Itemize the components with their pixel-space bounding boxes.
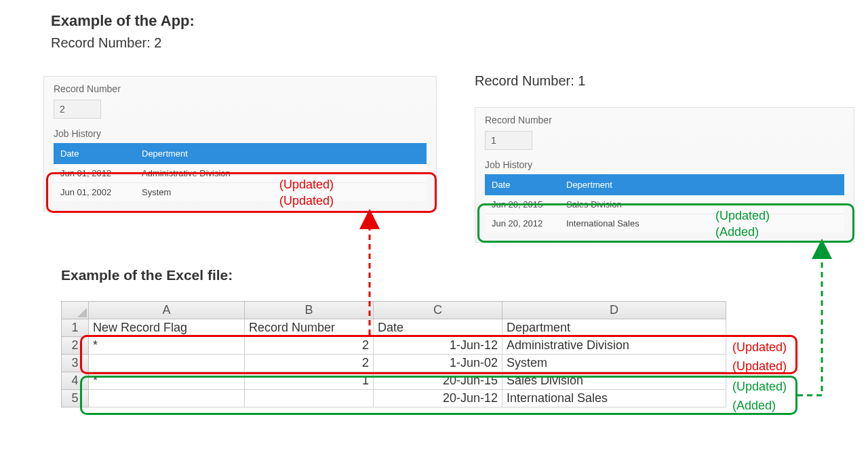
heading-example-app: Example of the App: — [51, 12, 195, 30]
cell[interactable]: System — [502, 355, 726, 372]
cell[interactable]: International Sales — [502, 390, 726, 407]
col-header-a[interactable]: A — [89, 302, 245, 319]
spreadsheet-row: 4 * 1 20-Jun-15 Sales Division — [62, 372, 726, 390]
annotation-updated: (Updated) — [279, 178, 334, 192]
label-record-number: Record Number — [485, 115, 844, 125]
cell-date: Jun 20, 2012 — [485, 214, 559, 233]
col-header-b[interactable]: B — [245, 302, 374, 319]
cell[interactable]: Date — [374, 319, 502, 337]
label-record-number: Record Number — [54, 83, 427, 94]
spreadsheet-row: 5 20-Jun-12 International Sales — [62, 390, 726, 407]
cell[interactable] — [89, 390, 245, 407]
select-all-triangle-icon[interactable] — [62, 302, 89, 319]
cell-dept: International Sales — [559, 214, 844, 233]
annotation-updated: (Updated) — [732, 340, 787, 355]
table-row: Jun 20, 2015 Sales Division — [485, 195, 844, 214]
table-row: Jun 01, 2012 Administrative Division — [54, 164, 427, 183]
heading-example-excel: Example of the Excel file: — [61, 267, 233, 283]
cell[interactable]: Sales Division — [502, 372, 726, 390]
table-row: Jun 01, 2002 System — [54, 183, 427, 202]
cell[interactable]: New Record Flag — [89, 319, 245, 337]
cell[interactable]: 2 — [245, 355, 374, 372]
annotation-updated: (Updated) — [715, 209, 770, 223]
col-date: Date — [54, 143, 135, 164]
record-number-value: 1 — [485, 131, 532, 150]
col-date: Date — [485, 174, 559, 195]
cell-date: Jun 01, 2002 — [54, 183, 135, 202]
cell-date: Jun 01, 2012 — [54, 164, 135, 183]
cell[interactable]: * — [89, 372, 245, 390]
cell[interactable]: 1-Jun-12 — [374, 337, 502, 355]
spreadsheet-table: A B C D 1 New Record Flag Record Number … — [61, 301, 726, 407]
app-record-panel-1: Record Number 1 Job History Date Depertm… — [475, 107, 854, 243]
cell[interactable]: 20-Jun-12 — [374, 390, 502, 407]
cell[interactable]: * — [89, 337, 245, 355]
cell[interactable]: 2 — [245, 337, 374, 355]
app-record-panel-2: Record Number 2 Job History Date Depertm… — [43, 76, 437, 212]
heading-record1: Record Number: 1 — [475, 73, 585, 89]
cell[interactable]: 1 — [245, 372, 374, 390]
cell[interactable]: 20-Jun-15 — [374, 372, 502, 390]
col-department: Depertment — [559, 174, 844, 195]
cell-date: Jun 20, 2015 — [485, 195, 559, 214]
col-department: Depertment — [135, 143, 427, 164]
row-header[interactable]: 5 — [62, 390, 89, 407]
cell[interactable] — [89, 355, 245, 372]
cell[interactable]: Department — [502, 319, 726, 337]
cell[interactable] — [245, 390, 374, 407]
svg-marker-0 — [77, 308, 87, 317]
job-history-table: Date Depertment Jun 20, 2015 Sales Divis… — [485, 174, 844, 233]
cell-dept: Sales Division — [559, 195, 844, 214]
annotation-added: (Added) — [732, 399, 776, 413]
col-header-d[interactable]: D — [502, 302, 726, 319]
annotation-added: (Added) — [715, 225, 759, 239]
col-header-c[interactable]: C — [374, 302, 502, 319]
spreadsheet-row: 1 New Record Flag Record Number Date Dep… — [62, 319, 726, 337]
row-header[interactable]: 2 — [62, 337, 89, 355]
spreadsheet-row: 2 * 2 1-Jun-12 Administrative Division — [62, 337, 726, 355]
record-number-value: 2 — [54, 100, 101, 119]
row-header[interactable]: 4 — [62, 372, 89, 390]
cell[interactable]: Record Number — [245, 319, 374, 337]
annotation-updated: (Updated) — [732, 380, 787, 394]
excel-sheet: A B C D 1 New Record Flag Record Number … — [61, 301, 726, 407]
cell[interactable]: 1-Jun-02 — [374, 355, 502, 372]
spreadsheet-row: 3 2 1-Jun-02 System — [62, 355, 726, 372]
annotation-updated: (Updated) — [732, 359, 787, 374]
label-job-history: Job History — [485, 159, 844, 170]
annotation-updated: (Updated) — [279, 194, 334, 208]
row-header[interactable]: 3 — [62, 355, 89, 372]
heading-record2: Record Number: 2 — [51, 35, 161, 51]
cell[interactable]: Administrative Division — [502, 337, 726, 355]
row-header[interactable]: 1 — [62, 319, 89, 337]
job-history-table: Date Depertment Jun 01, 2012 Administrat… — [54, 143, 427, 201]
table-row: Jun 20, 2012 International Sales — [485, 214, 844, 233]
label-job-history: Job History — [54, 128, 427, 139]
